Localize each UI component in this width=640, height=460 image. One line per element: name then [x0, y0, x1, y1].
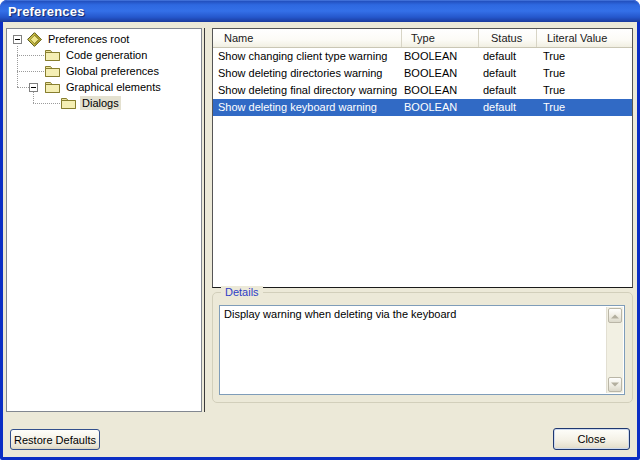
tree-item-global-preferences[interactable]: Global preferences [7, 63, 201, 79]
diamond-icon [27, 32, 42, 47]
folder-icon [45, 81, 60, 93]
preferences-window: Preferences Pref [0, 0, 640, 460]
cell-status: default [478, 99, 536, 116]
folder-icon [45, 49, 60, 61]
cell-status: default [478, 82, 536, 99]
cell-literal-value: True [536, 65, 632, 82]
cell-type: BOOLEAN [401, 99, 478, 116]
cell-type: BOOLEAN [401, 65, 478, 82]
minus-expander-icon[interactable] [13, 35, 22, 44]
cell-name: Show changing client type warning [213, 48, 401, 65]
tree-item-label: Code generation [64, 48, 149, 62]
tree-item-dialogs[interactable]: Dialogs [7, 95, 201, 111]
preferences-table: Name Type Status Literal Value Show chan… [212, 28, 633, 288]
cell-status: default [478, 48, 536, 65]
restore-defaults-button[interactable]: Restore Defaults [10, 429, 100, 450]
cell-name: Show deleting keyboard warning [213, 99, 401, 116]
cell-name: Show deleting directories warning [213, 65, 401, 82]
vertical-scrollbar[interactable] [606, 307, 623, 393]
folder-icon [45, 65, 60, 77]
cell-name: Show deleting final directory warning [213, 82, 401, 99]
column-header-status[interactable]: Status [478, 29, 536, 47]
titlebar[interactable]: Preferences [0, 0, 640, 22]
tree-item-label: Global preferences [64, 64, 161, 78]
details-textarea[interactable]: Display warning when deleting via the ke… [219, 305, 625, 395]
panel-divider[interactable] [204, 28, 205, 412]
table-row-selected[interactable]: Show deleting keyboard warning BOOLEAN d… [213, 99, 632, 116]
folder-icon [61, 97, 76, 109]
table-header: Name Type Status Literal Value [213, 29, 632, 48]
close-button[interactable]: Close [553, 428, 630, 450]
details-text: Display warning when deleting via the ke… [224, 308, 602, 320]
table-row[interactable]: Show changing client type warning BOOLEA… [213, 48, 632, 65]
tree-item-label-selected: Dialogs [80, 96, 121, 110]
details-groupbox: Details Display warning when deleting vi… [212, 292, 633, 403]
tree-item-graphical-elements[interactable]: Graphical elements [7, 79, 201, 95]
tree-item-label: Preferences root [46, 32, 131, 46]
cell-literal-value: True [536, 99, 632, 116]
table-row[interactable]: Show deleting final directory warning BO… [213, 82, 632, 99]
scroll-up-arrow-icon[interactable] [608, 308, 622, 323]
cell-status: default [478, 65, 536, 82]
minus-expander-icon[interactable] [29, 83, 38, 92]
preferences-tree: Preferences root Code generation [6, 28, 202, 412]
column-header-type[interactable]: Type [401, 29, 478, 47]
tree-item-code-generation[interactable]: Code generation [7, 47, 201, 63]
tree-item-label: Graphical elements [64, 80, 163, 94]
cell-literal-value: True [536, 48, 632, 65]
scroll-down-arrow-icon[interactable] [608, 377, 622, 392]
tree-item-preferences-root[interactable]: Preferences root [7, 31, 201, 47]
cell-literal-value: True [536, 82, 632, 99]
cell-type: BOOLEAN [401, 48, 478, 65]
column-header-literal-value[interactable]: Literal Value [536, 29, 632, 47]
window-title: Preferences [8, 4, 85, 19]
cell-type: BOOLEAN [401, 82, 478, 99]
table-row[interactable]: Show deleting directories warning BOOLEA… [213, 65, 632, 82]
details-caption: Details [221, 286, 263, 298]
dialog-body: Preferences root Code generation [3, 22, 637, 457]
column-header-name[interactable]: Name [213, 29, 401, 47]
